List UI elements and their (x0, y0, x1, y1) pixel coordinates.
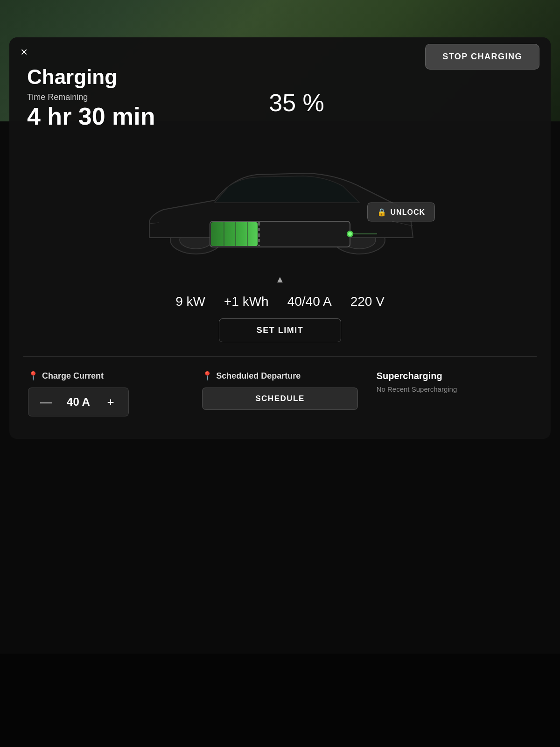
car-visualization: 🔒 UNLOCK (23, 140, 537, 270)
lock-icon: 🔒 (377, 208, 387, 217)
bottom-controls: 📍 Charge Current — 40 A + 📍 Scheduled De… (23, 356, 537, 421)
scheduled-departure-section: 📍 Scheduled Departure SCHEDULE (197, 366, 362, 421)
current-control: — 40 A + (28, 388, 129, 416)
current-decrease-button[interactable]: — (38, 394, 55, 410)
stats-row: 9 kW +1 kWh 40/40 A 220 V (23, 294, 537, 309)
charge-current-section: 📍 Charge Current — 40 A + (23, 366, 188, 421)
energy-stat: +1 kWh (224, 294, 269, 309)
supercharging-status: No Recent Supercharging (377, 385, 532, 393)
unlock-label: UNLOCK (391, 208, 425, 216)
bottom-area (0, 654, 560, 747)
voltage-stat: 220 V (350, 294, 385, 309)
current-increase-button[interactable]: + (102, 394, 119, 410)
schedule-button[interactable]: SCHEDULE (202, 388, 357, 410)
close-button[interactable]: × (21, 46, 28, 58)
power-stat: 9 kW (175, 294, 205, 309)
pin-icon-schedule: 📍 (202, 371, 212, 381)
battery-percentage: 35 % (269, 89, 324, 117)
charge-current-label: 📍 Charge Current (28, 371, 183, 381)
stop-charging-button[interactable]: STOP CHARGING (425, 44, 539, 70)
set-limit-button[interactable]: SET LIMIT (219, 318, 342, 342)
pin-icon-current: 📍 (28, 371, 38, 381)
current-stat: 40/40 A (287, 294, 332, 309)
scheduled-departure-label: 📍 Scheduled Departure (202, 371, 357, 381)
unlock-button[interactable]: 🔒 UNLOCK (367, 203, 435, 222)
svg-rect-7 (211, 222, 258, 246)
current-value: 40 A (62, 395, 95, 409)
charging-panel: × STOP CHARGING Charging Time Remaining … (9, 37, 551, 439)
supercharging-label: Supercharging (377, 371, 532, 381)
supercharging-section: Supercharging No Recent Supercharging (372, 366, 537, 421)
svg-point-14 (348, 232, 352, 236)
expand-arrow[interactable]: ▲ (23, 274, 537, 285)
time-remaining-value: 4 hr 30 min (25, 102, 155, 130)
